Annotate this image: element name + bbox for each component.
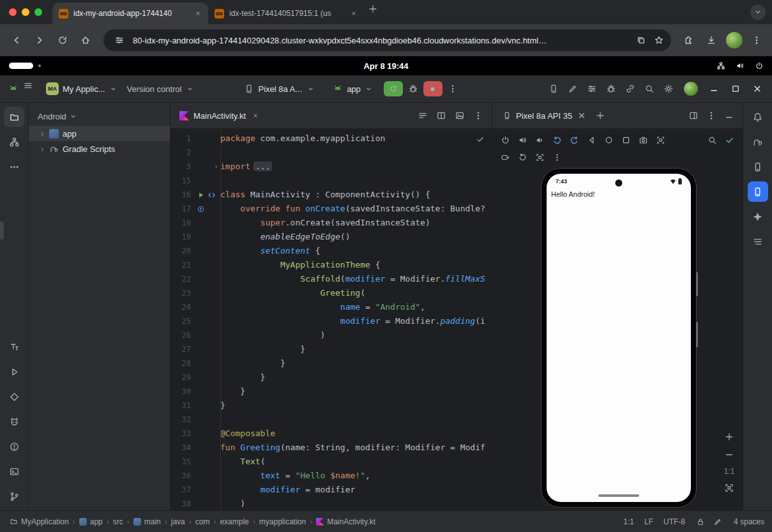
code-line[interactable]: 16class MainActivity : ComponentActivity… bbox=[170, 188, 492, 202]
sitemap-icon[interactable] bbox=[713, 58, 729, 73]
tab-close-icon[interactable] bbox=[250, 110, 261, 121]
breadcrumb-item[interactable]: example bbox=[218, 517, 250, 526]
tab-search-button[interactable] bbox=[750, 4, 766, 20]
bell-icon[interactable] bbox=[748, 107, 768, 127]
link-icon[interactable] bbox=[621, 80, 639, 97]
code-line[interactable]: 30 } bbox=[170, 384, 492, 399]
back-tri-icon[interactable] bbox=[584, 132, 600, 148]
image-view-icon[interactable] bbox=[451, 107, 468, 124]
code-line[interactable]: 36 text = "Hello $name!", bbox=[170, 469, 492, 483]
code-line[interactable]: 1package com.example.myapplication bbox=[170, 132, 492, 146]
code-area[interactable]: 1package com.example.myapplication23›imp… bbox=[170, 129, 492, 510]
search-icon[interactable] bbox=[704, 132, 720, 148]
volume-down-icon[interactable] bbox=[532, 132, 548, 148]
code-line[interactable]: 31} bbox=[170, 399, 492, 413]
gear-icon[interactable] bbox=[660, 80, 677, 97]
code-line[interactable]: 18 super.onCreate(savedInstanceState) bbox=[170, 216, 492, 230]
screenshot-icon[interactable] bbox=[532, 149, 548, 165]
arrow-left-icon[interactable] bbox=[6, 30, 27, 50]
fold-arrow-icon[interactable]: › bbox=[214, 160, 218, 174]
pen-icon[interactable] bbox=[713, 516, 723, 527]
kebab-icon[interactable] bbox=[549, 149, 565, 165]
breadcrumb-item[interactable]: com bbox=[194, 517, 211, 526]
home-icon[interactable] bbox=[75, 30, 96, 50]
run-more-actions-button[interactable] bbox=[444, 80, 462, 97]
video-icon[interactable] bbox=[497, 149, 513, 165]
minimize-icon[interactable] bbox=[704, 80, 723, 98]
phone-icon[interactable] bbox=[545, 80, 563, 97]
code-line[interactable]: 17 override fun onCreate(savedInstanceSt… bbox=[170, 202, 492, 216]
debug-button[interactable] bbox=[404, 80, 422, 97]
device-tab-pixel8a[interactable]: Pixel 8a API 35 bbox=[497, 103, 592, 128]
power-icon[interactable] bbox=[752, 58, 767, 73]
home-indicator[interactable] bbox=[598, 494, 639, 497]
minimize-icon[interactable] bbox=[721, 107, 738, 124]
circle-icon[interactable] bbox=[601, 132, 617, 148]
check-icon[interactable] bbox=[722, 132, 738, 148]
editor-tab-mainactivity[interactable]: MainActivity.kt bbox=[170, 103, 267, 128]
code-line[interactable]: 38 ) bbox=[170, 497, 492, 510]
code-line[interactable]: 3›import... bbox=[170, 160, 492, 174]
tab-close-icon[interactable] bbox=[193, 8, 203, 19]
device-selector[interactable]: Pixel 8a A... bbox=[240, 79, 319, 98]
power-icon[interactable] bbox=[497, 132, 513, 148]
branch-icon[interactable] bbox=[4, 486, 24, 506]
screenshot-icon[interactable] bbox=[653, 132, 669, 148]
browser-tab[interactable]: idx-test-1744140517915:1 (us bbox=[208, 3, 364, 24]
code-line[interactable]: 23 Greeting( bbox=[170, 286, 492, 300]
run-button[interactable] bbox=[384, 81, 403, 96]
minimize-window-button[interactable] bbox=[22, 8, 29, 16]
problems-icon[interactable] bbox=[4, 436, 24, 457]
profile-avatar[interactable] bbox=[726, 32, 743, 49]
device-tab-close-icon[interactable] bbox=[577, 110, 587, 121]
kebab-icon[interactable] bbox=[748, 31, 766, 49]
code-line[interactable]: 35 Text( bbox=[170, 455, 492, 469]
emulator-screen[interactable]: 7:43 Hello Android! bbox=[547, 174, 691, 502]
tune-icon[interactable] bbox=[111, 32, 128, 49]
code-line[interactable]: 20 setContent { bbox=[170, 244, 492, 258]
folder-icon[interactable] bbox=[4, 107, 24, 127]
arrow-right-icon[interactable] bbox=[29, 30, 50, 50]
zoom-out-button[interactable] bbox=[723, 449, 735, 460]
tab-close-icon[interactable] bbox=[349, 8, 359, 19]
code-line[interactable]: 37 modifier = modifier bbox=[170, 483, 492, 497]
code-line[interactable]: 21 MyApplicationTheme { bbox=[170, 258, 492, 272]
code-line[interactable]: 24 name = "Android", bbox=[170, 300, 492, 314]
puzzle-icon[interactable] bbox=[679, 31, 698, 50]
close-window-button[interactable] bbox=[9, 8, 17, 16]
panel-drag-handle[interactable] bbox=[0, 222, 4, 239]
add-device-button[interactable] bbox=[592, 107, 609, 124]
file-encoding[interactable]: UTF-8 bbox=[663, 517, 685, 526]
code-line[interactable]: 2 bbox=[170, 146, 492, 160]
terminal-icon[interactable] bbox=[4, 461, 24, 482]
volume-up-icon[interactable] bbox=[515, 132, 531, 148]
search-icon[interactable] bbox=[640, 80, 658, 97]
code-view-icon[interactable] bbox=[414, 107, 431, 124]
project-view-selector[interactable]: Android bbox=[29, 107, 170, 126]
hamburger-icon[interactable] bbox=[23, 80, 33, 91]
structure-icon[interactable] bbox=[748, 231, 768, 252]
kebab-icon[interactable] bbox=[703, 107, 720, 124]
more-icon[interactable] bbox=[4, 156, 24, 177]
code-line[interactable]: 25 modifier = Modifier.padding(i bbox=[170, 314, 492, 328]
maximize-icon[interactable] bbox=[726, 80, 745, 98]
omnibox[interactable]: 80-idx-my-android-app-1744140290428.clus… bbox=[103, 29, 671, 51]
cursor-position[interactable]: 1:1 bbox=[623, 517, 634, 526]
phone-icon[interactable] bbox=[748, 181, 768, 202]
browser-menu-button[interactable] bbox=[748, 31, 766, 49]
code-line[interactable]: 19 enableEdgeToEdge() bbox=[170, 230, 492, 244]
split-icon[interactable] bbox=[432, 107, 450, 124]
gemini-icon[interactable] bbox=[748, 206, 768, 227]
kebab-icon[interactable] bbox=[469, 107, 487, 124]
play-icon[interactable] bbox=[4, 361, 24, 382]
diamond-icon[interactable] bbox=[4, 386, 24, 407]
vcs-selector[interactable]: Version control bbox=[123, 79, 198, 98]
tree-item-app[interactable]: ›app bbox=[29, 126, 170, 141]
breadcrumb-item[interactable]: myapplication bbox=[258, 517, 307, 526]
stop-button[interactable] bbox=[423, 81, 443, 96]
bug-icon[interactable] bbox=[602, 80, 620, 97]
pen-icon[interactable] bbox=[564, 80, 582, 97]
code-line[interactable]: 15 bbox=[170, 174, 492, 188]
camera-icon[interactable] bbox=[635, 132, 651, 148]
emulator-phone[interactable]: 7:43 Hello Android! bbox=[541, 168, 697, 508]
